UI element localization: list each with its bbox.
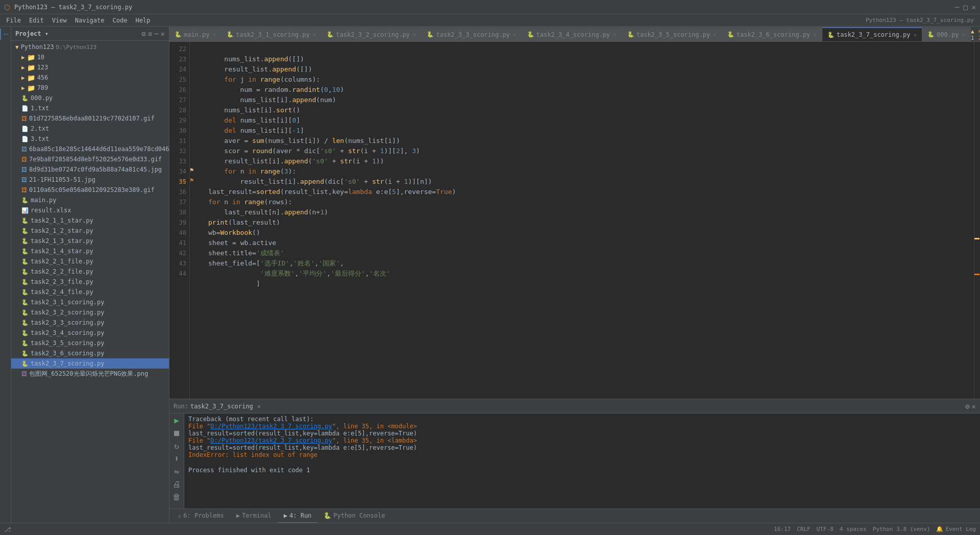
menu-edit[interactable]: Edit: [25, 16, 48, 25]
minimize-btn[interactable]: ─: [955, 3, 959, 11]
cursor-position[interactable]: 16:17: [774, 526, 791, 532]
tab-task237-close[interactable]: ✕: [913, 32, 917, 38]
tab-task236-close[interactable]: ✕: [813, 31, 817, 38]
tab-task236[interactable]: 🐍 task2_3_6_scoring.py ✕: [722, 27, 822, 41]
code-editor[interactable]: 22 23 24 25 26 27 28 29 30 31 32 33 34 3…: [169, 42, 974, 399]
sidebar-item-task224[interactable]: 🐍 task2_2_4_file.py: [11, 287, 169, 297]
indent[interactable]: 4 spaces: [840, 526, 867, 532]
close-sidebar-icon[interactable]: ✕: [161, 30, 165, 38]
sidebar-item-resultxlsx[interactable]: 📊 result.xlsx: [11, 205, 169, 215]
tab-terminal[interactable]: ▶ Terminal: [230, 509, 278, 523]
line-numbers: 22 23 24 25 26 27 28 29 30 31 32 33 34 3…: [169, 42, 190, 399]
tab-task235[interactable]: 🐍 task2_3_5_scoring.py ✕: [622, 27, 722, 41]
project-icon[interactable]: 1: [0, 29, 11, 40]
output-blank: [188, 458, 976, 467]
tab-task231[interactable]: 🐍 task2_3_1_scoring.py ✕: [222, 27, 322, 41]
run-close-icon[interactable]: ✕: [972, 402, 976, 410]
sidebar-item-task223[interactable]: 🐍 task2_2_3_file.py: [11, 277, 169, 287]
run-btn[interactable]: ▶: [170, 415, 183, 426]
sidebar-item-gif2[interactable]: 🖼 7e9ba8f285854d8ebf52025e576e0d33.gif: [11, 154, 169, 164]
sidebar-item-task233[interactable]: 🐍 task2_3_3_scoring.py: [11, 318, 169, 328]
tab-task234[interactable]: 🐍 task2_3_4_scoring.py ✕: [522, 27, 622, 41]
sidebar-item-task212[interactable]: 🐍 task2_1_2_star.py: [11, 226, 169, 236]
sidebar-item-task232[interactable]: 🐍 task2_3_2_scoring.py: [11, 307, 169, 318]
sidebar-item-task221[interactable]: 🐍 task2_2_1_file.py: [11, 256, 169, 266]
file-link-1[interactable]: D:/Python123/task2_3_7_scoring.py: [210, 423, 332, 430]
menu-code[interactable]: Code: [109, 16, 132, 25]
tab-task235-close[interactable]: ✕: [713, 31, 717, 38]
tab-000py-close[interactable]: ✕: [962, 31, 965, 38]
menu-view[interactable]: View: [48, 16, 71, 25]
sidebar-item-task235[interactable]: 🐍 task2_3_5_scoring.py: [11, 338, 169, 348]
tab-task237[interactable]: 🐍 task2_3_7_scoring.py ✕: [822, 27, 922, 41]
run-label: Run:: [174, 403, 188, 410]
minimize-sidebar-icon[interactable]: ─: [154, 30, 158, 38]
sidebar-item-000py[interactable]: 🐍 000.py: [11, 93, 169, 103]
code-content[interactable]: nums_list.append([]) result_list.append(…: [200, 42, 974, 399]
git-icon: ⎇: [4, 526, 11, 533]
python-version[interactable]: Python 3.8 (venv): [873, 526, 930, 532]
tab-mainpy[interactable]: 🐍 main.py ✕: [169, 27, 222, 41]
sidebar-item-jpg1[interactable]: 🖼 6baa85c18e285c14644d6d11eaa559e78cd046…: [11, 144, 169, 154]
soft-wrap-btn[interactable]: ⇋: [170, 466, 183, 477]
tab-task232-icon: 🐍: [327, 31, 334, 38]
sidebar-item-gif1[interactable]: 🖼 01d7275858ebdaa801219c7702d107.gif: [11, 113, 169, 124]
file-link-2[interactable]: D:/Python123/task2_3_7_scoring.py: [210, 437, 332, 444]
tab-task231-label: task2_3_1_scoring.py: [236, 31, 310, 38]
print-btn[interactable]: 🖨: [170, 478, 183, 490]
tab-task231-close[interactable]: ✕: [313, 31, 316, 38]
sidebar-item-3txt[interactable]: 📄 3.txt: [11, 134, 169, 144]
tab-problems[interactable]: ⚠ 6: Problems: [172, 509, 230, 523]
sidebar-item-root[interactable]: ▼ Python123 D:\Python123: [11, 42, 169, 52]
sidebar-item-task213[interactable]: 🐍 task2_1_3_star.py: [11, 236, 169, 246]
event-log[interactable]: 🔔 Event Log: [936, 526, 976, 532]
run-tab-x[interactable]: ✕: [257, 403, 261, 410]
sidebar-item-task234[interactable]: 🐍 task2_3_4_scoring.py: [11, 328, 169, 338]
sidebar-item-task231[interactable]: 🐍 task2_3_1_scoring.py: [11, 297, 169, 307]
tab-task232[interactable]: 🐍 task2_3_2_scoring.py ✕: [322, 27, 422, 41]
sidebar-item-task211[interactable]: 🐍 task2_1_1_star.py: [11, 215, 169, 226]
tab-python-console[interactable]: 🐍 Python Console: [317, 509, 391, 523]
sidebar-item-123[interactable]: ▶ 📁 123: [11, 62, 169, 72]
run-settings-icon[interactable]: ⚙: [965, 402, 969, 410]
sidebar-item-mainpy[interactable]: 🐍 main.py: [11, 195, 169, 205]
sidebar-item-789[interactable]: ▶ 📁 789: [11, 83, 169, 93]
rerun-btn[interactable]: ↻: [170, 440, 183, 452]
sidebar-item-10[interactable]: ▶ 📁 10: [11, 52, 169, 62]
sidebar-item-1txt[interactable]: 📄 1.txt: [11, 103, 169, 113]
tab-mainpy-close[interactable]: ✕: [213, 31, 216, 38]
close-btn[interactable]: ✕: [972, 3, 976, 11]
file-task232-label: task2_3_2_scoring.py: [31, 309, 105, 316]
tab-task234-close[interactable]: ✕: [613, 31, 617, 38]
tab-task233[interactable]: 🐍 task2_3_3_scoring.py ✕: [422, 27, 522, 41]
stop-btn[interactable]: ⏹: [170, 427, 183, 439]
settings-icon[interactable]: ⚙: [141, 30, 145, 38]
clear-btn[interactable]: 🗑: [170, 491, 183, 503]
sidebar-item-2txt[interactable]: 📄 2.txt: [11, 124, 169, 134]
tab-task233-close[interactable]: ✕: [513, 31, 517, 38]
window-title: Python123 – task2_3_7_scoring.py: [866, 17, 978, 23]
sidebar-item-jpg3[interactable]: 🖼 21-1FH11053-51.jpg: [11, 175, 169, 185]
sidebar-item-task214[interactable]: 🐍 task2_1_4_star.py: [11, 246, 169, 256]
menu-file[interactable]: File: [2, 16, 25, 25]
run-icon: ▶: [284, 512, 287, 519]
expand-icon[interactable]: ≡: [148, 30, 152, 38]
maximize-btn[interactable]: □: [963, 3, 967, 11]
tab-task235-icon: 🐍: [627, 31, 634, 38]
menu-help[interactable]: Help: [131, 16, 154, 25]
sidebar-item-task237[interactable]: 🐍 task2_3_7_scoring.py: [11, 358, 169, 369]
sidebar-item-gif3[interactable]: 🖼 0110a65c05e056a80120925283e389.gif: [11, 185, 169, 195]
tab-run[interactable]: ▶ 4: Run: [278, 509, 318, 523]
editor-scroll-stripe[interactable]: [974, 42, 980, 399]
sidebar-item-task236[interactable]: 🐍 task2_3_6_scoring.py: [11, 348, 169, 358]
tab-000py[interactable]: 🐍 000.py ✕: [922, 27, 971, 41]
encoding[interactable]: UTF-8: [817, 526, 834, 532]
sidebar-item-456[interactable]: ▶ 📁 456: [11, 72, 169, 83]
sidebar-item-task222[interactable]: 🐍 task2_2_2_file.py: [11, 266, 169, 277]
sidebar-item-png[interactable]: 🖼 包图网_652520光晕闪烁光芒PNG效果.png: [11, 369, 169, 379]
tab-task232-close[interactable]: ✕: [413, 31, 416, 38]
menu-navigate[interactable]: Navigate: [71, 16, 109, 25]
line-ending[interactable]: CRLF: [797, 526, 811, 532]
sidebar-item-jpg2[interactable]: 🖼 8d9d31be07247c0fd9a5b88a74a81c45.jpg: [11, 164, 169, 175]
scroll-end-btn[interactable]: ⬇: [170, 453, 183, 465]
